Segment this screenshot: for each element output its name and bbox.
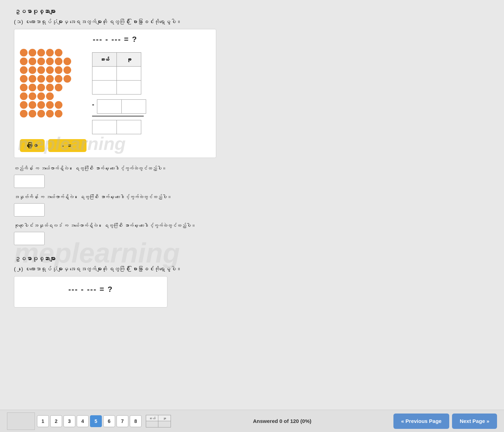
circle-row-6: [20, 92, 71, 100]
page-num-4[interactable]: 4: [77, 415, 89, 427]
col-header-unit: ခု: [117, 53, 141, 67]
circle: [29, 58, 36, 65]
subtraction-table-3: [92, 120, 141, 134]
circle-row-1: [20, 49, 71, 56]
circle: [20, 84, 28, 91]
mini-header-row: ဆယ် ခု: [146, 415, 171, 421]
page-numbers: 1 2 3 4 5 6 7 8: [37, 415, 142, 427]
nav-buttons: « Previous Page Next Page »: [393, 414, 497, 429]
section1-title: ဥပမာပုစ္ဆာများ: [14, 8, 490, 15]
circle: [55, 110, 62, 118]
table-cell: [117, 67, 141, 81]
subtraction-table: ဆယ် ခု: [92, 52, 141, 94]
circle: [20, 58, 28, 65]
section2-question: (၂) ပေးထားသောရုပ်ပုံများမှ အရေအတွက်များက…: [14, 266, 490, 272]
circle-row-3: [20, 66, 71, 74]
circle-row-4: [20, 75, 71, 83]
circle: [29, 101, 36, 109]
mini-data-row: [146, 421, 171, 427]
circle: [55, 101, 62, 109]
page-num-1[interactable]: 1: [37, 415, 49, 427]
page-num-7[interactable]: 7: [116, 415, 128, 427]
table-row: [92, 67, 141, 81]
answer-input-3[interactable]: [14, 232, 45, 245]
mini-cell-header-unit: ခု: [158, 415, 171, 421]
instruction-3: စုစုပေါင်းအနုတ်ရလဒ် က ဘယ်လောက်ရှိလဲ။ ရေတ…: [14, 223, 251, 228]
circle: [37, 101, 45, 109]
circle: [63, 75, 71, 83]
circle: [29, 66, 36, 74]
circle: [46, 58, 54, 65]
circle: [55, 66, 62, 74]
circle: [29, 84, 36, 91]
answer-btn[interactable]: အဖြေ: [20, 139, 45, 152]
circle: [46, 75, 54, 83]
bottom-mini-preview: ဆယ် ခု: [146, 415, 171, 427]
circle: [55, 84, 62, 91]
next-page-btn[interactable]: Next Page »: [452, 414, 497, 429]
table-cell: [97, 100, 122, 114]
circle: [29, 75, 36, 83]
circle: [63, 66, 71, 74]
circle: [37, 75, 45, 83]
table-section: ဆယ် ခု: [92, 49, 146, 134]
circle: [55, 75, 62, 83]
circle: [37, 110, 45, 118]
table-cell: [92, 120, 117, 134]
answer-input-1[interactable]: [14, 175, 45, 188]
circle: [46, 84, 54, 91]
circle: [37, 84, 45, 91]
circles-and-table: ဆယ် ခု: [20, 49, 210, 134]
section-2: ဥပမာပုစ္ဆာများ (၂) ပေးထားသောရုပ်ပုံများမ…: [14, 256, 490, 314]
image-box-1: --- - --- = ?: [14, 29, 216, 158]
circle: [29, 110, 36, 118]
circle: [20, 92, 28, 100]
circles-grid: [20, 49, 71, 118]
main-content: ဥပမာပုစ္ဆာများ (၁) ပေးထားသောရုပ်ပုံများမ…: [0, 0, 504, 349]
answer-input-2[interactable]: [14, 203, 45, 217]
mini-cell-header-ten: ဆယ်: [146, 415, 158, 421]
image-box-2: --- - --- = ?: [14, 276, 167, 308]
circle: [37, 49, 45, 56]
minus-row: -: [92, 96, 146, 114]
circle: [29, 92, 36, 100]
circle: [46, 66, 54, 74]
circle: [46, 101, 54, 109]
circle-row-8: [20, 110, 71, 118]
page-num-8[interactable]: 8: [130, 415, 142, 427]
page-num-6[interactable]: 6: [103, 415, 115, 427]
col-header-ten: ဆယ်: [92, 53, 117, 67]
circle: [20, 66, 28, 74]
minus-symbol: -: [92, 101, 94, 108]
divider-line: [92, 116, 144, 116]
table-row: [97, 100, 146, 114]
circle: [46, 92, 54, 100]
page-num-2[interactable]: 2: [50, 415, 62, 427]
table-cell: [117, 120, 141, 134]
circle: [20, 75, 28, 83]
table-cell: [117, 81, 141, 94]
circle: [20, 49, 28, 56]
status-text: Answered 0 of 120 (0%): [253, 418, 311, 424]
page-num-5[interactable]: 5: [90, 415, 102, 427]
circle: [63, 58, 71, 65]
eq-btn[interactable]: - =: [48, 139, 86, 152]
math-expr-2: --- - --- = ?: [23, 285, 159, 294]
section1-question: (၁) ပေးထားသောရုပ်ပုံများမှ အရေအတွက်များက…: [14, 19, 490, 25]
circle: [37, 92, 45, 100]
page-num-3[interactable]: 3: [63, 415, 75, 427]
bottom-bar: 1 2 3 4 5 6 7 8 ဆယ် ခု Answered 0 of 120…: [0, 410, 504, 432]
circle: [55, 58, 62, 65]
table-row: [92, 120, 141, 134]
prev-page-btn[interactable]: « Previous Page: [393, 414, 449, 429]
answer-buttons: အဖြေ - =: [20, 139, 210, 152]
instruction-2: အနုတ်ကိန်း က ဘယ်လောက်ရှိလဲ။ ရေတွက်ပြီး အ…: [14, 194, 251, 200]
table-row: [92, 81, 141, 94]
circle: [20, 101, 28, 109]
table-cell: [92, 67, 117, 81]
bottom-left: 1 2 3 4 5 6 7 8 ဆယ် ခု: [7, 412, 171, 430]
circle: [20, 110, 28, 118]
circle: [37, 66, 45, 74]
circle: [55, 49, 62, 56]
mini-cell: [146, 421, 158, 427]
